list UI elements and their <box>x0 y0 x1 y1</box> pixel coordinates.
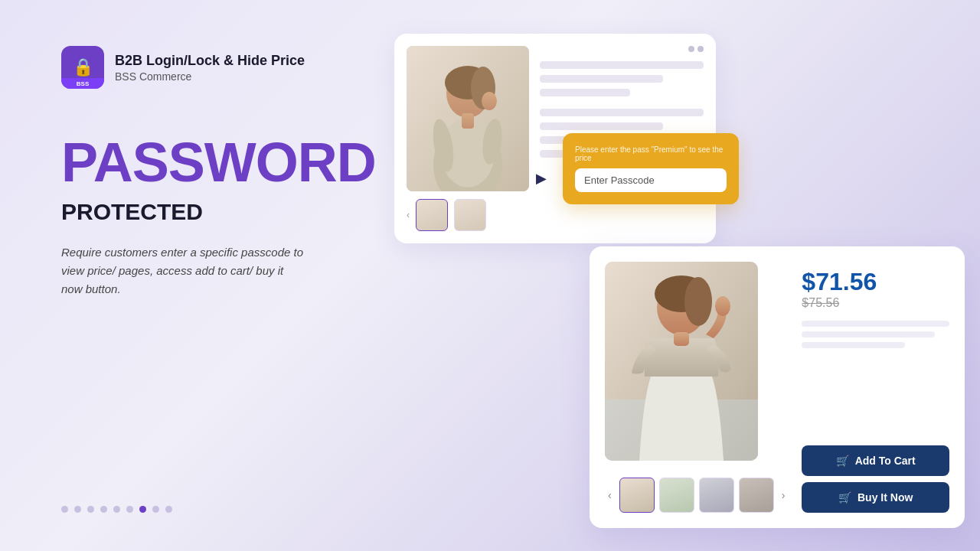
desc-line-2 <box>802 331 934 337</box>
app-logo-icon: 🔒 BSS <box>61 46 104 89</box>
description-text: Require customers enter a specific passc… <box>61 243 306 298</box>
top-product-card: ‹ Please enter the pass "Premium" to see… <box>394 34 716 243</box>
skeleton-detail <box>540 89 630 96</box>
svg-point-9 <box>482 92 497 110</box>
buy-it-now-button[interactable]: 🛒 Buy It Now <box>802 482 949 513</box>
cart-icon-add: 🛒 <box>836 455 849 467</box>
dot-9[interactable] <box>165 506 172 513</box>
thumbnail-1[interactable] <box>416 199 448 231</box>
bottom-left: ‹ › <box>605 262 788 513</box>
right-panel: ‹ Please enter the pass "Premium" to see… <box>383 0 980 551</box>
dot-2[interactable] <box>74 506 81 513</box>
desc-line-1 <box>802 321 949 327</box>
svg-point-14 <box>684 277 712 326</box>
logo-text: B2B Login/Lock & Hide Price BSS Commerce <box>115 53 305 83</box>
add-to-cart-button[interactable]: 🛒 Add To Cart <box>802 445 949 476</box>
dot-8[interactable] <box>152 506 159 513</box>
dot-5[interactable] <box>113 506 120 513</box>
thumbnails-bottom: ‹ › <box>605 478 788 513</box>
thumbnail-2[interactable] <box>454 199 486 231</box>
thumb-next-bottom[interactable]: › <box>779 487 789 503</box>
password-tooltip: Please enter the pass "Premium" to see t… <box>563 133 739 204</box>
dot-7-active[interactable] <box>139 506 146 513</box>
svg-rect-6 <box>462 113 474 129</box>
left-panel: 🔒 BSS B2B Login/Lock & Hide Price BSS Co… <box>61 46 383 298</box>
main-heading: PASSWORD <box>61 135 383 190</box>
dot-4[interactable] <box>100 506 107 513</box>
pagination-dots <box>61 506 172 513</box>
dot-6[interactable] <box>126 506 133 513</box>
passcode-hint: Please enter the pass "Premium" to see t… <box>575 145 727 162</box>
cursor-icon: ▶ <box>536 170 547 187</box>
app-name: B2B Login/Lock & Hide Price <box>115 53 305 69</box>
price-original: $75.56 <box>802 296 949 310</box>
price-current: $71.56 <box>802 268 949 296</box>
sub-heading: PROTECTED <box>61 199 383 225</box>
skeleton-subtitle <box>540 75 663 83</box>
passcode-input-display[interactable]: Enter Passcode <box>575 168 727 192</box>
bottom-thumb-2[interactable] <box>659 478 694 513</box>
buy-it-now-label: Buy It Now <box>858 491 913 504</box>
bottom-thumb-3[interactable] <box>699 478 734 513</box>
thumb-prev-bottom[interactable]: ‹ <box>605 487 615 503</box>
thumb-prev-top[interactable]: ‹ <box>407 210 410 220</box>
menu-dot-2 <box>697 46 704 52</box>
product-image-bottom <box>605 262 758 461</box>
add-to-cart-label: Add To Cart <box>855 455 916 467</box>
bottom-thumb-4[interactable] <box>739 478 774 513</box>
menu-dot-1 <box>688 46 694 52</box>
dot-1[interactable] <box>61 506 68 513</box>
svg-point-16 <box>715 296 730 316</box>
skeleton-title <box>540 61 704 69</box>
product-image-top <box>407 46 529 191</box>
person-illustration-top <box>407 46 529 191</box>
skeleton-desc1 <box>540 109 704 116</box>
bottom-product-card: ‹ › $71.56 $75.56 🛒 Add To Cart <box>590 246 965 528</box>
product-details-right: $71.56 $75.56 🛒 Add To Cart 🛒 Buy It Now <box>802 262 949 513</box>
dots-menu <box>540 46 704 52</box>
logo-area: 🔒 BSS B2B Login/Lock & Hide Price BSS Co… <box>61 46 383 89</box>
bottom-thumb-1[interactable] <box>619 478 655 513</box>
svg-rect-15 <box>674 332 689 346</box>
desc-line-3 <box>802 342 905 348</box>
product-desc-lines <box>802 321 949 348</box>
person-illustration-bottom <box>605 262 758 461</box>
skeleton-desc2 <box>540 122 663 130</box>
company-name: BSS Commerce <box>115 70 305 83</box>
bss-label: BSS <box>77 80 89 87</box>
lock-icon: 🔒 <box>73 57 93 77</box>
cart-icon-buy: 🛒 <box>838 491 851 504</box>
dot-3[interactable] <box>87 506 94 513</box>
